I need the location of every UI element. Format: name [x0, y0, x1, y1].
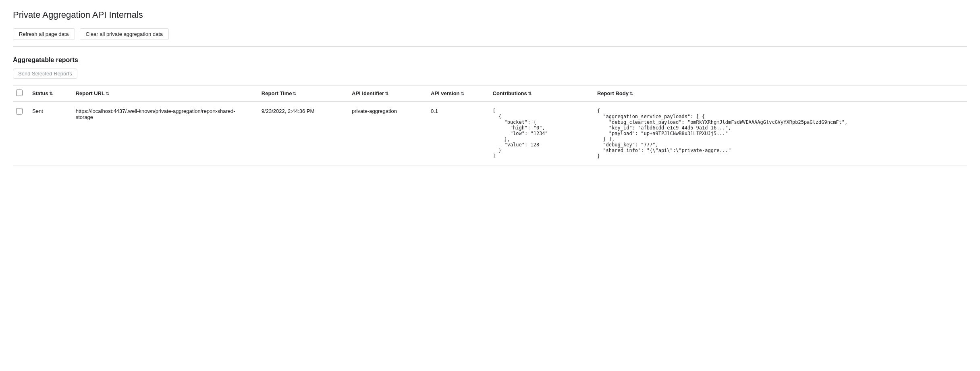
row-report-url: https://localhost:4437/.well-known/priva… [71, 102, 257, 166]
header-report-time: Report Time⇅ [257, 85, 347, 102]
row-api-identifier: private-aggregation [347, 102, 426, 166]
row-contributions: [ { "bucket": { "high": "0", "low": "123… [488, 102, 592, 166]
header-report-body-label: Report Body [597, 90, 629, 96]
clear-button[interactable]: Clear all private aggregation data [80, 28, 169, 40]
header-api-version: API version⇅ [426, 85, 488, 102]
header-report-time-label: Report Time [262, 90, 292, 96]
row-report-body: { "aggregation_service_payloads": [ { "d… [592, 102, 967, 166]
report-url-sort-icon[interactable]: ⇅ [106, 91, 109, 96]
header-api-version-label: API version [431, 90, 460, 96]
row-status: Sent [27, 102, 71, 166]
top-toolbar: Refresh all page data Clear all private … [13, 28, 967, 40]
section-divider [13, 46, 967, 47]
refresh-button[interactable]: Refresh all page data [13, 28, 75, 40]
header-report-url: Report URL⇅ [71, 85, 257, 102]
select-all-checkbox[interactable] [16, 90, 23, 96]
header-api-identifier: API identifier⇅ [347, 85, 426, 102]
section-heading: Aggregatable reports [13, 56, 967, 64]
send-selected-reports-button[interactable]: Send Selected Reports [13, 69, 77, 79]
header-checkbox-cell [13, 85, 27, 102]
table-body: Senthttps://localhost:4437/.well-known/p… [13, 102, 967, 166]
table-header-row: Status⇅ Report URL⇅ Report Time⇅ API ide… [13, 85, 967, 102]
status-sort-icon[interactable]: ⇅ [49, 91, 53, 96]
api-identifier-sort-icon[interactable]: ⇅ [385, 91, 388, 96]
report-time-sort-icon[interactable]: ⇅ [293, 91, 296, 96]
reports-table-wrapper: Status⇅ Report URL⇅ Report Time⇅ API ide… [13, 85, 967, 166]
header-report-url-label: Report URL [76, 90, 105, 96]
page-title: Private Aggregation API Internals [13, 10, 967, 20]
row-0-checkbox[interactable] [16, 108, 23, 115]
header-api-identifier-label: API identifier [352, 90, 384, 96]
row-report-time: 9/23/2022, 2:44:36 PM [257, 102, 347, 166]
row-api-version: 0.1 [426, 102, 488, 166]
report-body-sort-icon[interactable]: ⇅ [629, 91, 633, 96]
header-status-label: Status [32, 90, 48, 96]
header-report-body: Report Body⇅ [592, 85, 967, 102]
api-version-sort-icon[interactable]: ⇅ [461, 91, 464, 96]
header-contributions-label: Contributions [493, 90, 527, 96]
contributions-sort-icon[interactable]: ⇅ [528, 91, 532, 96]
aggregatable-reports-section: Aggregatable reports Send Selected Repor… [13, 56, 967, 166]
header-contributions: Contributions⇅ [488, 85, 592, 102]
table-row: Senthttps://localhost:4437/.well-known/p… [13, 102, 967, 166]
header-status: Status⇅ [27, 85, 71, 102]
reports-table: Status⇅ Report URL⇅ Report Time⇅ API ide… [13, 85, 967, 166]
row-checkbox-cell [13, 102, 27, 166]
